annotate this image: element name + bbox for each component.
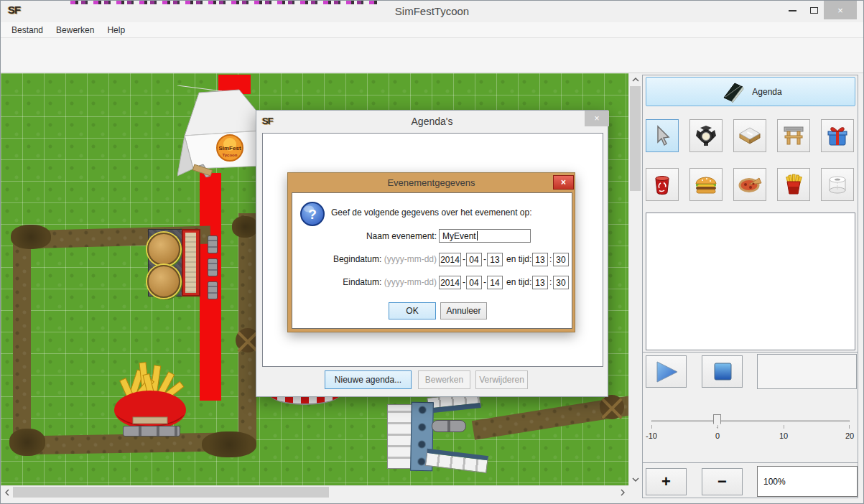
scroll-right-button[interactable] xyxy=(616,486,628,498)
burger-icon xyxy=(694,174,718,195)
trash-icon xyxy=(651,173,673,196)
end-hour-input[interactable]: 13 xyxy=(532,276,548,289)
slider-tick xyxy=(784,425,784,429)
stop-button[interactable] xyxy=(702,355,743,388)
vertical-scroll-thumb[interactable] xyxy=(630,86,641,191)
begin-date-label: Begindatum: (yyyy-mm-dd) xyxy=(292,254,437,264)
chevron-left-icon xyxy=(5,489,9,496)
agendas-dialog-close-button[interactable]: × xyxy=(585,111,609,126)
speed-slider-track[interactable] xyxy=(651,420,850,422)
slider-tick-label: -10 xyxy=(637,431,666,440)
burger-stand-counter-top xyxy=(185,233,196,293)
tool-spotlight-button[interactable] xyxy=(689,119,723,152)
slider-tick-label: 20 xyxy=(835,431,864,440)
event-name-value: MyEvent xyxy=(442,231,476,241)
delete-agenda-label: Verwijderen xyxy=(479,375,524,385)
time-separator: : xyxy=(549,277,552,287)
delete-agenda-button[interactable]: Verwijderen xyxy=(475,370,528,389)
event-name-input[interactable]: MyEvent xyxy=(439,229,531,243)
event-dialog-close-button[interactable]: × xyxy=(553,175,574,190)
scroll-down-button[interactable] xyxy=(629,473,641,485)
path-corner xyxy=(9,429,45,456)
end-day-input[interactable]: 14 xyxy=(487,276,503,289)
agendas-dialog-title: Agenda's xyxy=(256,111,608,132)
close-icon: × xyxy=(594,113,599,123)
zoom-level-field[interactable]: 100% xyxy=(757,466,858,497)
begin-day-input[interactable]: 13 xyxy=(487,253,503,266)
playback-status-box[interactable] xyxy=(757,354,857,389)
tool-toilet-paper-button[interactable] xyxy=(821,168,854,201)
zoom-out-button[interactable]: − xyxy=(702,468,743,495)
zoom-in-button[interactable]: + xyxy=(646,468,687,495)
bench[interactable] xyxy=(208,235,218,253)
play-icon xyxy=(652,359,681,385)
slider-tick xyxy=(717,425,718,429)
title-bar[interactable]: SF SimFestTycoon × xyxy=(1,1,863,22)
app-window: SF SimFestTycoon × Bestand Bewerken Help xyxy=(0,0,864,504)
menu-bestand[interactable]: Bestand xyxy=(5,22,50,38)
bench[interactable] xyxy=(208,258,218,276)
tool-select-button[interactable] xyxy=(646,119,679,152)
minimize-button[interactable] xyxy=(782,1,802,19)
path-left xyxy=(13,234,31,447)
end-minute-input[interactable]: 30 xyxy=(553,276,569,289)
horizontal-scroll-thumb[interactable] xyxy=(13,487,329,498)
objects-listbox[interactable] xyxy=(646,213,855,350)
tools-panel: Agenda xyxy=(642,75,858,353)
tool-gate-button[interactable] xyxy=(777,119,810,152)
maximize-button[interactable] xyxy=(804,1,824,19)
scroll-up-button[interactable] xyxy=(629,73,641,85)
begin-hour-input[interactable]: 13 xyxy=(532,253,548,266)
pizza-icon xyxy=(738,175,762,194)
horizontal-scrollbar[interactable] xyxy=(1,485,628,498)
agenda-button-label: Agenda xyxy=(752,87,781,97)
ok-button[interactable]: OK xyxy=(389,302,436,319)
bench[interactable] xyxy=(208,281,218,299)
tool-pizza-button[interactable] xyxy=(733,168,766,201)
end-month-input[interactable]: 04 xyxy=(466,276,482,289)
fence-bottom[interactable] xyxy=(425,449,488,473)
cancel-button[interactable]: Annuleer xyxy=(440,302,487,319)
play-button[interactable] xyxy=(646,355,687,388)
date-separator: - xyxy=(463,254,465,264)
tool-fries-button[interactable] xyxy=(777,168,810,201)
begin-year-input[interactable]: 2014 xyxy=(439,253,461,266)
event-dialog-prompt: Geef de volgende gegevens over het eveme… xyxy=(331,207,532,218)
playback-panel: -10 0 10 20 xyxy=(642,352,858,463)
scroll-left-button[interactable] xyxy=(1,486,13,498)
tool-gift-button[interactable] xyxy=(821,119,854,152)
fence-left[interactable] xyxy=(387,404,412,469)
chevron-right-icon xyxy=(621,489,625,496)
cursor-icon xyxy=(653,125,672,146)
agenda-button[interactable]: Agenda xyxy=(646,77,855,106)
path-junction-marker xyxy=(600,395,624,419)
slider-tick-label: 0 xyxy=(703,431,732,440)
date-format-hint: (yyyy-mm-dd) xyxy=(384,254,437,264)
text-caret xyxy=(477,231,478,241)
tool-stage-button[interactable] xyxy=(733,119,766,152)
edit-agenda-button[interactable]: Bewerken xyxy=(418,370,470,389)
tool-trash-button[interactable] xyxy=(646,168,679,201)
bench[interactable] xyxy=(123,426,180,437)
path-corner xyxy=(202,431,256,457)
begin-month-input[interactable]: 04 xyxy=(466,253,482,266)
bench[interactable] xyxy=(432,420,466,432)
close-button[interactable]: × xyxy=(824,1,857,19)
chevron-down-icon xyxy=(632,477,639,482)
edit-agenda-label: Bewerken xyxy=(425,375,463,385)
menu-bewerken[interactable]: Bewerken xyxy=(50,22,101,38)
minimize-icon xyxy=(789,10,796,11)
begin-minute-input[interactable]: 30 xyxy=(553,253,569,266)
maximize-icon xyxy=(810,7,818,14)
stop-icon xyxy=(710,360,735,384)
tool-burger-button[interactable] xyxy=(689,168,723,201)
menu-help[interactable]: Help xyxy=(101,22,131,38)
new-agenda-label: Nieuwe agenda... xyxy=(335,375,401,385)
fries-icon xyxy=(783,173,804,196)
vertical-scrollbar[interactable] xyxy=(628,73,641,485)
new-agenda-button[interactable]: Nieuwe agenda... xyxy=(325,370,412,389)
end-year-input[interactable]: 2014 xyxy=(439,276,461,289)
date-separator: - xyxy=(463,277,465,287)
question-glyph: ? xyxy=(308,207,317,222)
slider-tick xyxy=(651,425,652,429)
